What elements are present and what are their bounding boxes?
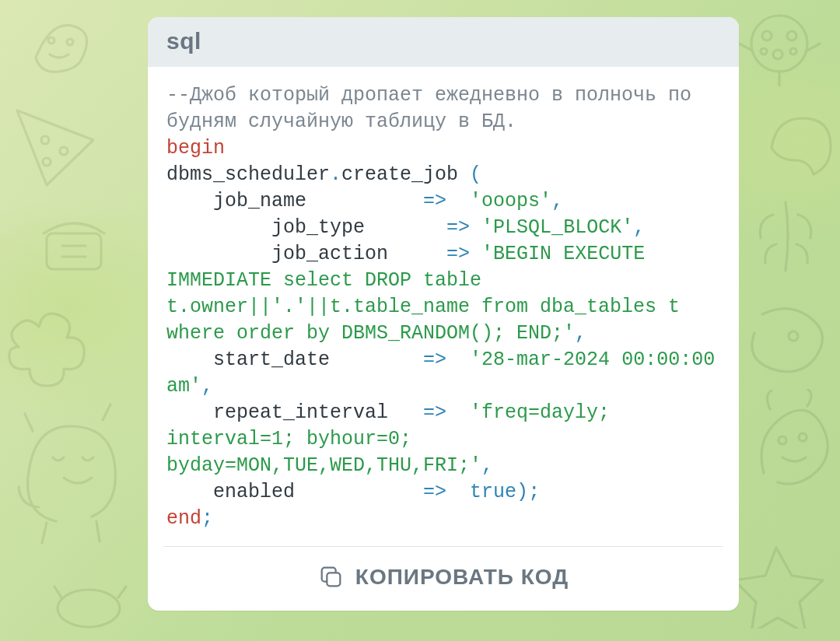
doodle-icon xyxy=(742,191,835,292)
code-punct: ; xyxy=(528,481,540,503)
svg-point-4 xyxy=(43,158,51,166)
doodle-icon xyxy=(48,576,134,641)
code-arrow: => xyxy=(423,401,446,424)
doodle-icon xyxy=(9,397,142,552)
svg-point-15 xyxy=(799,433,807,441)
code-arrow: => xyxy=(446,216,470,239)
doodle-icon xyxy=(12,3,106,89)
code-arrow: => xyxy=(423,349,446,371)
code-bool: true xyxy=(470,481,516,503)
code-param-label: start_date xyxy=(166,349,423,371)
doodle-icon xyxy=(739,289,840,391)
code-keyword-begin: begin xyxy=(166,137,225,159)
code-card: sql --Джоб который дропает ежедневно в п… xyxy=(148,17,739,611)
code-param-label: job_action xyxy=(166,243,446,265)
code-punct: , xyxy=(201,375,213,398)
code-arrow: => xyxy=(423,481,446,503)
doodle-icon xyxy=(747,101,840,194)
code-punct: ( xyxy=(458,163,481,186)
copy-code-button[interactable]: КОПИРОВАТЬ КОД xyxy=(148,547,739,611)
svg-rect-5 xyxy=(47,233,101,269)
code-param-label: enabled xyxy=(166,481,423,503)
svg-point-3 xyxy=(60,147,68,155)
code-punct: , xyxy=(575,322,586,345)
svg-point-10 xyxy=(773,50,782,59)
copy-icon xyxy=(318,564,345,590)
doodle-icon xyxy=(0,292,112,409)
code-punct: ) xyxy=(516,481,528,503)
code-punct: . xyxy=(330,163,341,186)
code-card-header: sql xyxy=(148,17,739,67)
code-punct: , xyxy=(481,454,493,477)
svg-point-7 xyxy=(751,16,807,72)
svg-point-8 xyxy=(762,31,772,40)
svg-point-11 xyxy=(761,48,767,54)
svg-point-6 xyxy=(58,590,120,627)
doodle-icon xyxy=(736,389,837,513)
code-punct: ; xyxy=(201,507,213,530)
svg-point-1 xyxy=(67,39,73,45)
code-ident: dbms_scheduler xyxy=(166,163,330,186)
svg-point-2 xyxy=(41,136,49,144)
code-punct: , xyxy=(633,216,645,239)
code-param-label: repeat_interval xyxy=(166,401,423,424)
code-punct: , xyxy=(551,190,563,212)
copy-code-label: КОПИРОВАТЬ КОД xyxy=(355,565,569,590)
code-string: 'PLSQL_BLOCK' xyxy=(481,216,633,239)
code-ident: create_job xyxy=(341,163,458,186)
svg-point-12 xyxy=(790,48,796,54)
code-block: --Джоб который дропает ежедневно в полно… xyxy=(148,67,739,546)
doodle-icon xyxy=(0,93,117,202)
code-arrow: => xyxy=(446,243,470,265)
code-string: 'ooops' xyxy=(470,190,551,212)
code-param-label: job_type xyxy=(166,216,446,239)
code-param-label: job_name xyxy=(166,190,423,212)
code-keyword-end: end xyxy=(166,507,201,530)
doodle-icon xyxy=(734,535,828,629)
svg-point-14 xyxy=(779,436,786,444)
code-comment: --Джоб который дропает ежедневно в полно… xyxy=(166,84,703,133)
doodle-icon xyxy=(31,210,117,296)
svg-point-0 xyxy=(48,37,54,44)
code-language-label: sql xyxy=(166,28,201,54)
code-arrow: => xyxy=(423,190,446,212)
doodle-icon xyxy=(733,0,834,93)
svg-point-9 xyxy=(787,31,796,40)
svg-point-13 xyxy=(789,331,798,341)
svg-rect-16 xyxy=(327,573,340,586)
